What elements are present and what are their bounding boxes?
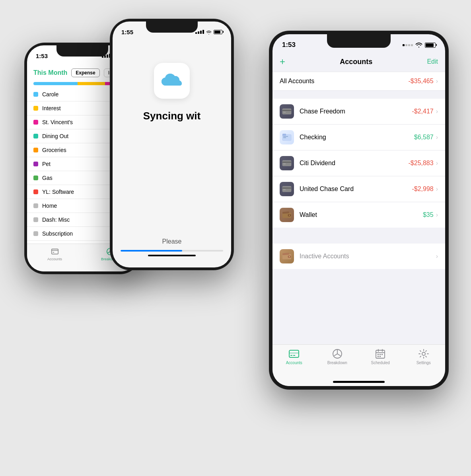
all-accounts-value: -$35,465 › [409, 78, 438, 85]
all-accounts-label: All Accounts [280, 78, 314, 85]
tab-accounts[interactable]: Accounts [27, 247, 82, 261]
svg-rect-27 [293, 355, 295, 356]
account-details: Citi Dividend [300, 160, 409, 167]
checking-icon [280, 130, 294, 144]
expense-btn[interactable]: Expense [71, 68, 99, 77]
accounts-icon [51, 247, 59, 256]
account-row[interactable]: Wallet $35 › [272, 202, 445, 228]
account-amount: $35 [423, 211, 434, 218]
chevron-icon: › [436, 253, 438, 260]
account-right: -$2,417 › [412, 108, 438, 115]
wallet-icon [280, 208, 294, 222]
edit-button[interactable]: Edit [427, 58, 438, 65]
tab-scheduled-main-label: Scheduled [371, 361, 390, 365]
sync-content: Syncing wit [113, 39, 231, 230]
svg-rect-35 [381, 354, 383, 355]
svg-rect-0 [51, 249, 58, 254]
signal-icon-2 [195, 30, 204, 34]
tab-breakdown-main-label: Breakdown [327, 361, 347, 365]
account-amount: -$2,417 [412, 108, 433, 115]
account-name: Citi Dividend [300, 160, 335, 166]
item-name: Carole [42, 91, 58, 98]
item-name: Interest [42, 105, 61, 111]
item-name: YL: Software [42, 189, 74, 195]
item-name: Home [42, 203, 57, 209]
credit-card-svg [282, 108, 292, 115]
item-name: St. Vincent's [42, 119, 73, 125]
home-indicator-mid [148, 255, 196, 256]
tab-accounts-main-label: Accounts [286, 361, 302, 365]
svg-rect-12 [283, 164, 286, 164]
wifi-icon-3 [415, 43, 422, 48]
period-label[interactable]: This Month [33, 69, 67, 76]
account-right: -$2,998 › [412, 185, 438, 193]
item-name: Subscription [42, 230, 73, 237]
bar-segment-1 [33, 82, 78, 85]
time-2: 1:55 [121, 29, 133, 35]
dot [33, 120, 38, 125]
account-name: Checking [300, 134, 326, 140]
account-details: Chase Freedom [300, 108, 412, 115]
svg-point-19 [289, 215, 290, 216]
checking-svg [282, 133, 292, 141]
account-right: -$25,883 › [409, 160, 438, 167]
account-row[interactable]: Checking $6,587 › [272, 125, 445, 150]
tab-scheduled-main[interactable]: Scheduled [359, 349, 402, 365]
signal-icon-3 [403, 44, 413, 46]
tab-accounts-main[interactable]: Accounts [272, 349, 316, 365]
all-accounts-row[interactable]: All Accounts -$35,465 › [272, 72, 445, 91]
chevron-icon: › [436, 134, 438, 141]
sync-bottom: Please [113, 230, 231, 267]
inactive-row[interactable]: Inactive Accounts › [272, 244, 445, 269]
account-right: $6,587 › [414, 134, 438, 141]
svg-rect-13 [282, 186, 291, 192]
chevron-icon: › [436, 160, 438, 167]
svg-rect-26 [290, 355, 292, 356]
svg-rect-36 [378, 356, 379, 357]
account-row[interactable]: United Chase Card -$2,998 › [272, 176, 445, 202]
notch-1 [56, 45, 108, 57]
tab-settings-main-label: Settings [417, 361, 431, 365]
notch-2 [146, 21, 198, 33]
svg-rect-5 [283, 112, 286, 113]
home-indicator [333, 381, 385, 383]
accounts-tab-icon [288, 349, 300, 359]
dot [33, 134, 38, 139]
cloud-icon-container [154, 63, 190, 99]
account-row[interactable]: Citi Dividend -$25,883 › [272, 150, 445, 176]
account-row[interactable]: Chase Freedom -$2,417 › [272, 99, 445, 125]
svg-rect-11 [282, 162, 291, 163]
credit-card-svg-2 [282, 160, 292, 166]
flex-spacer [272, 269, 445, 344]
svg-rect-37 [380, 356, 381, 357]
svg-rect-14 [282, 187, 291, 189]
svg-rect-34 [380, 354, 381, 355]
all-accounts-amount: -$35,465 [409, 78, 434, 85]
battery-icon-3 [425, 43, 436, 48]
account-details: Inactive Accounts [300, 253, 436, 260]
dot [33, 162, 38, 166]
cloud-icon [160, 72, 184, 90]
accounts-nav: + Accounts Edit [272, 52, 445, 72]
accounts-section: Chase Freedom -$2,417 › [272, 99, 445, 228]
dot [33, 92, 38, 97]
account-amount: -$25,883 [409, 160, 434, 167]
time-1: 1:53 [36, 53, 48, 59]
chevron-icon: › [436, 78, 438, 85]
tab-settings-main[interactable]: Settings [402, 349, 446, 365]
svg-rect-25 [289, 352, 299, 354]
home-bar [272, 379, 445, 386]
time-3: 1:53 [282, 41, 296, 49]
wifi-icon-2 [206, 30, 212, 34]
tab-breakdown-main[interactable]: Breakdown [316, 349, 359, 365]
item-name: Pet [42, 161, 51, 167]
add-button[interactable]: + [280, 56, 285, 67]
dot [33, 231, 38, 236]
tab-accounts-label: Accounts [47, 257, 62, 261]
account-amount: $6,587 [414, 134, 434, 141]
notch-3 [327, 34, 391, 48]
breakdown-tab-icon [332, 349, 343, 359]
scheduled-tab-icon [375, 349, 386, 359]
sync-progress-fill [121, 250, 182, 252]
item-name: Dash: Misc [42, 217, 70, 223]
